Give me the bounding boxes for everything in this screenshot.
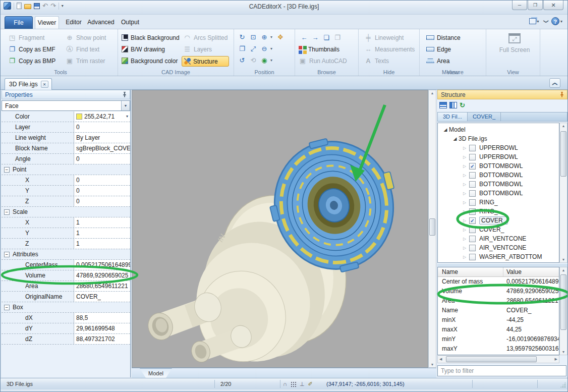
scroll-up-icon[interactable]: ▲ <box>560 268 567 272</box>
tree-item[interactable]: ▷✓BOTTOMBOWL <box>438 161 559 171</box>
edge-button[interactable]: Edge <box>425 43 462 55</box>
tree-item[interactable]: ▷BOTTOMBOWL <box>438 180 559 189</box>
property-category-row[interactable]: −Scale <box>2 207 130 217</box>
tree-item[interactable]: ▷RING_ <box>438 198 559 207</box>
property-value[interactable]: 29,961699548 <box>74 323 130 333</box>
fit-to-screen-icon[interactable]: ⤢ <box>248 44 258 54</box>
property-value[interactable]: 0 <box>74 196 130 206</box>
black-background-button[interactable]: Black Background <box>120 32 181 43</box>
property-row[interactable]: Color255,242,71▾ <box>2 111 130 122</box>
layers-button[interactable]: ☰ Layers <box>182 43 229 55</box>
area-button[interactable]: Area <box>425 55 462 67</box>
orbit-icon[interactable]: ↻ <box>237 32 247 42</box>
scroll-down-icon[interactable]: ▼ <box>560 350 567 354</box>
tree-item[interactable]: ▷AIR_VENTCONE <box>438 234 559 243</box>
property-value[interactable]: 0 <box>74 186 130 196</box>
property-row[interactable]: CenterMass0,00521750616489952 <box>2 260 130 270</box>
collapse-icon[interactable]: − <box>4 305 10 310</box>
copy-view-icon[interactable]: ❐ <box>237 44 247 54</box>
property-value[interactable]: 1 <box>74 217 130 228</box>
visibility-checkbox[interactable]: ✓ <box>469 163 476 170</box>
pin-icon[interactable] <box>559 92 564 99</box>
tab-advanced[interactable]: Advanced <box>85 16 117 29</box>
entity-type-select[interactable]: Face ▼ <box>2 100 130 111</box>
tab-close-icon[interactable]: ✕ <box>41 81 48 88</box>
property-row[interactable]: Area28680,6549611221 <box>2 281 130 292</box>
property-value[interactable]: 47869,9290659025 <box>74 270 130 281</box>
property-row[interactable]: OriginalNameCOVER_ <box>2 292 130 302</box>
visibility-checkbox[interactable] <box>469 172 476 179</box>
visibility-checkbox[interactable] <box>469 236 476 242</box>
property-value[interactable]: 88,5 <box>74 313 130 323</box>
previous-page-icon[interactable]: ❏ <box>322 34 330 41</box>
thumbnails-button[interactable]: Thumbnails <box>297 43 357 55</box>
pen-icon[interactable]: ✐ <box>308 381 313 387</box>
resize-grip[interactable] <box>560 382 566 388</box>
column-header-value[interactable]: Value <box>503 267 559 276</box>
visibility-checkbox[interactable] <box>469 245 476 251</box>
visibility-checkbox[interactable] <box>469 208 476 215</box>
tab-model[interactable]: Model <box>140 368 172 378</box>
copy-as-bmp-button[interactable]: ❐ Copy as BMP <box>7 55 57 67</box>
grid-icon[interactable] <box>291 381 296 387</box>
window-select-button[interactable]: ▾ <box>529 18 539 24</box>
document-tab[interactable]: 3D File.igs ✕ <box>5 78 52 90</box>
combo-arrow-icon[interactable]: ▼ <box>121 101 130 110</box>
tree-scrollbar[interactable]: ▲ ▼ <box>559 123 567 263</box>
next-page-icon[interactable]: ❐ <box>333 34 342 41</box>
find-text-button[interactable]: Ⓐ Find text <box>64 43 107 55</box>
scroll-up-icon[interactable]: ▲ <box>560 124 567 128</box>
split-vertical-icon[interactable] <box>449 102 457 108</box>
pan-icon[interactable]: ✥ <box>275 32 286 42</box>
bw-drawing-button[interactable]: B/W drawing <box>120 43 181 55</box>
table-row[interactable]: Volume47869,9290659025 <box>438 287 559 296</box>
tree-item[interactable]: ◢Model <box>438 125 559 134</box>
background-color-button[interactable]: Background color <box>120 55 181 67</box>
show-point-button[interactable]: ⊕ Show point <box>64 32 107 43</box>
tree-item[interactable]: ▷WASHER_ATBOTTOM <box>438 252 559 261</box>
collapsed-arrow-icon[interactable]: ▷ <box>461 237 468 241</box>
collapsed-arrow-icon[interactable]: ▷ <box>461 218 468 223</box>
property-row[interactable]: Line weightBy Layer <box>2 133 130 143</box>
property-category-row[interactable]: −Attributes <box>2 249 130 260</box>
collapse-icon[interactable]: − <box>4 209 10 215</box>
lineweight-button[interactable]: ╪ Lineweight <box>363 32 416 43</box>
structure-tab-file[interactable]: 3D Fil... <box>438 113 468 121</box>
property-row[interactable]: Block NamesgBrepBlock_COVER__ <box>2 143 130 154</box>
pin-icon[interactable] <box>122 92 127 99</box>
collapsed-arrow-icon[interactable]: ▷ <box>461 255 468 259</box>
collapse-ribbon-icon[interactable]: ❮ <box>542 19 548 23</box>
collapsed-arrow-icon[interactable]: ▷ <box>461 155 468 159</box>
collapsed-arrow-icon[interactable]: ▷ <box>461 200 468 205</box>
property-row[interactable]: dZ88,497321702 <box>2 334 130 345</box>
filter-input[interactable] <box>437 365 566 376</box>
property-value[interactable]: COVER_ <box>74 292 130 302</box>
property-value[interactable]: 255,242,71▾ <box>74 111 130 122</box>
scroll-thumb[interactable] <box>560 131 566 177</box>
property-row[interactable]: dX88,5 <box>2 313 130 323</box>
collapsed-arrow-icon[interactable]: ▷ <box>461 191 468 196</box>
property-value[interactable]: sgBrepBlock_COVER__ <box>74 143 130 153</box>
tab-viewer[interactable]: Viewer <box>35 16 59 29</box>
tree-item[interactable]: ▷BOTTOMBOWL <box>438 171 559 180</box>
collapse-icon[interactable]: − <box>4 167 10 173</box>
forward-icon[interactable]: → <box>311 34 319 41</box>
property-row[interactable]: Z1 <box>2 239 130 249</box>
visibility-checkbox[interactable] <box>469 254 476 260</box>
arcs-splitted-button[interactable]: ◠ Arcs Splitted <box>182 32 229 43</box>
zoom-out-icon[interactable]: ⊖ <box>259 44 269 54</box>
collapsed-arrow-icon[interactable]: ▷ <box>461 209 468 214</box>
table-row[interactable]: maxX44,25 <box>438 325 559 334</box>
property-value[interactable]: 0 <box>74 154 130 164</box>
property-category-row[interactable]: −Box <box>2 302 130 313</box>
viewport-scrollbar[interactable]: ▲ ▼ <box>428 90 436 368</box>
visual-style-icon[interactable]: ◉ <box>259 55 269 66</box>
tree-item[interactable]: ▷✓COVER_ <box>438 216 559 225</box>
copy-as-emf-button[interactable]: ❐ Copy as EMF <box>7 43 57 55</box>
visibility-checkbox[interactable] <box>469 181 476 188</box>
visibility-checkbox[interactable] <box>469 145 476 151</box>
trim-raster-button[interactable]: ▣ Trim raster <box>64 55 107 67</box>
back-icon[interactable]: ← <box>300 34 308 41</box>
refresh-icon[interactable]: ↻ <box>460 101 465 109</box>
visibility-checkbox[interactable] <box>469 199 476 206</box>
